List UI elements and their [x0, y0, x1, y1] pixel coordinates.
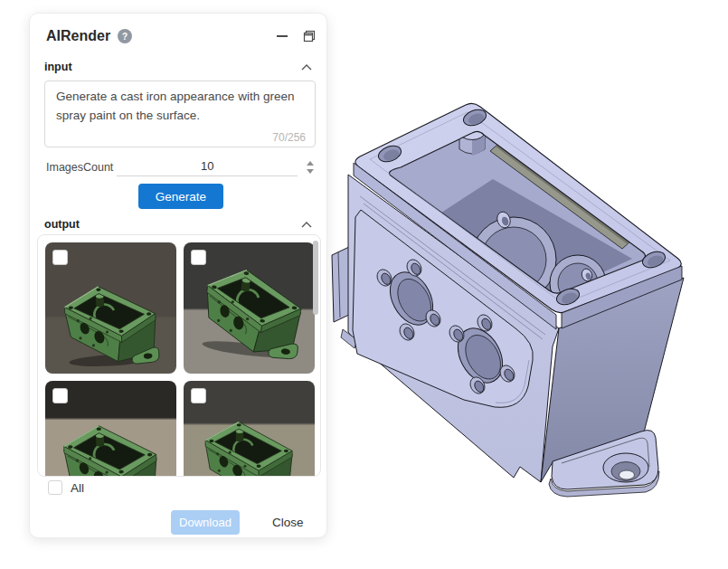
images-count-stepper [305, 161, 316, 176]
render-thumbnail[interactable] [45, 381, 176, 477]
dialog-header: AIRender ? [46, 23, 316, 50]
green-part-render [52, 270, 168, 371]
char-counter: 70/256 [272, 131, 306, 144]
select-all-label: All [71, 481, 84, 495]
dialog-title: AIRender [46, 28, 110, 44]
download-button[interactable]: Download [171, 510, 240, 535]
select-all-checkbox[interactable] [48, 480, 62, 495]
render-thumbnail[interactable] [184, 381, 315, 477]
stepper-up-icon[interactable] [307, 161, 314, 166]
render-thumbnail[interactable] [184, 242, 315, 374]
green-part-render [52, 411, 169, 477]
minimize-icon[interactable] [277, 35, 288, 37]
help-icon[interactable]: ? [118, 29, 132, 43]
generate-button[interactable]: Generate [138, 184, 223, 209]
close-button[interactable]: Close [263, 510, 313, 535]
airender-dialog: AIRender ? input Generate a cast iron ap… [29, 13, 327, 538]
prompt-box: Generate a cast iron appearance with gre… [44, 81, 316, 147]
input-section-label: input [44, 61, 72, 73]
input-section-header[interactable]: input [44, 61, 312, 73]
output-section-label: output [44, 218, 80, 231]
thumbnail-checkbox[interactable] [52, 388, 68, 403]
chevron-up-icon [301, 222, 312, 228]
thumbnail-checkbox[interactable] [52, 250, 68, 265]
images-count-row: ImagesCount 10 [46, 155, 316, 176]
thumbnail-grid [38, 235, 320, 477]
chevron-up-icon [301, 64, 312, 71]
green-part-render [189, 251, 315, 365]
green-part-render [196, 410, 303, 477]
output-results-box [37, 234, 321, 477]
cad-viewport-model[interactable] [330, 72, 728, 565]
images-count-label: ImagesCount [46, 161, 113, 176]
render-thumbnail[interactable] [45, 242, 176, 374]
thumbnail-checkbox[interactable] [191, 388, 206, 403]
images-count-input[interactable]: 10 [117, 159, 298, 176]
select-all-row: All [48, 480, 84, 495]
restore-window-icon[interactable] [303, 30, 316, 43]
output-section-header[interactable]: output [44, 218, 312, 231]
thumbnail-checkbox[interactable] [191, 250, 206, 265]
stepper-down-icon[interactable] [307, 169, 314, 174]
